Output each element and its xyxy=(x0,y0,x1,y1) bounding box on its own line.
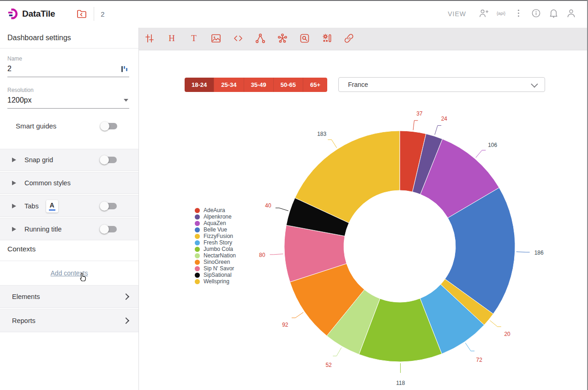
hub-icon xyxy=(277,33,288,45)
legend-item-aquazen[interactable]: AquaZen xyxy=(195,220,236,226)
legend-item-adeaura[interactable]: AdeAura xyxy=(195,207,236,213)
tool-tune-icon[interactable] xyxy=(143,32,156,45)
legend-dot xyxy=(195,234,200,239)
sidebar-section-snap-grid[interactable]: Snap grid xyxy=(0,149,138,171)
legend-item-sipsational[interactable]: SipSational xyxy=(195,272,236,278)
folder-back-icon xyxy=(76,8,87,19)
tool-image-icon[interactable] xyxy=(210,32,222,45)
brand-name: DataTile xyxy=(22,9,55,19)
heading-icon: H xyxy=(166,33,177,45)
share-nodes-icon xyxy=(255,33,266,45)
datatile-logo-icon xyxy=(7,8,19,20)
header-user-add-button[interactable] xyxy=(477,8,489,20)
settings-sidebar: Dashboard settings Name 2 Resolution 120… xyxy=(0,28,139,390)
user-add-icon xyxy=(478,8,489,20)
name-field-value[interactable]: 2 xyxy=(7,62,129,77)
legend-label: FizzyFusion xyxy=(204,233,233,239)
tabs-toggle[interactable] xyxy=(101,203,117,209)
text-icon: T xyxy=(188,33,199,45)
header-kebab-button[interactable] xyxy=(512,8,524,20)
tool-link-icon[interactable] xyxy=(342,32,355,45)
sidebar-item-reports[interactable]: Reports xyxy=(0,309,138,332)
legend-item-jumbo-cola[interactable]: Jumbo Cola xyxy=(195,246,236,252)
legend-label: AquaZen xyxy=(204,220,226,226)
legend-label: Jumbo Cola xyxy=(204,246,233,252)
view-mode-label[interactable]: VIEW xyxy=(448,10,466,18)
leader-line xyxy=(292,312,303,318)
legend-dot xyxy=(195,240,200,245)
tool-search-box-icon[interactable] xyxy=(298,32,311,45)
leader-line xyxy=(465,343,474,351)
legend-item-sip-n-savor[interactable]: Sip N' Savor xyxy=(195,265,236,272)
tool-hub-icon[interactable] xyxy=(276,32,289,45)
tool-widgets-icon[interactable] xyxy=(320,32,333,45)
tool-share-nodes-icon[interactable] xyxy=(254,32,267,45)
legend-dot xyxy=(195,253,200,258)
legend-dot xyxy=(195,279,200,284)
legend-dot xyxy=(195,247,200,252)
link-icon xyxy=(343,33,354,45)
legend-dot xyxy=(195,260,200,265)
leader-line xyxy=(435,126,441,135)
info-icon xyxy=(531,8,541,20)
tool-text-icon[interactable]: T xyxy=(187,32,200,45)
leader-line xyxy=(490,321,501,327)
sidebar-section-tabs[interactable]: TabsA xyxy=(0,195,138,217)
legend-dot xyxy=(195,221,200,226)
tool-heading-icon[interactable]: H xyxy=(165,32,178,45)
header-api-button[interactable]: {api} xyxy=(495,8,507,20)
bars-icon[interactable] xyxy=(121,66,128,73)
legend-label: Sip N' Savor xyxy=(204,265,234,272)
sidebar-item-elements[interactable]: Elements xyxy=(0,285,138,308)
legend-label: SipSational xyxy=(204,272,232,278)
slice-value-label: 106 xyxy=(488,142,497,148)
brand-logo: DataTile xyxy=(7,8,55,20)
section-label: Running title xyxy=(24,225,62,233)
leader-line xyxy=(516,252,530,252)
legend-item-fresh-story[interactable]: Fresh Story xyxy=(195,239,236,246)
chevron-down-icon[interactable] xyxy=(124,99,128,102)
legend-label: NectarNation xyxy=(204,252,236,259)
legend-label: Alpenkrone xyxy=(204,213,232,220)
smart-guides-toggle[interactable] xyxy=(102,123,117,129)
legend-item-fizzyfusion[interactable]: FizzyFusion xyxy=(195,233,236,239)
leader-line xyxy=(333,347,342,356)
legend-item-alpenkrone[interactable]: Alpenkrone xyxy=(195,213,236,220)
legend-item-belle-vue[interactable]: Belle Vue xyxy=(195,226,236,233)
slice-value-label: 92 xyxy=(282,322,288,328)
format-style-icon: A xyxy=(46,200,58,213)
legend-item-nectarnation[interactable]: NectarNation xyxy=(195,252,236,259)
legend-dot xyxy=(195,208,200,213)
sidebar-title: Dashboard settings xyxy=(0,28,138,49)
name-field-text: 2 xyxy=(7,65,12,73)
add-contexts-link[interactable]: Add contexts xyxy=(51,269,88,277)
resolution-field[interactable]: Resolution 1200px xyxy=(7,87,129,109)
search-box-icon xyxy=(299,33,310,45)
resolution-field-value[interactable]: 1200px xyxy=(7,93,129,109)
legend-label: AdeAura xyxy=(204,207,225,213)
header-bell-button[interactable] xyxy=(547,8,559,20)
leader-line xyxy=(476,150,486,158)
leader-line xyxy=(413,121,418,130)
image-icon xyxy=(210,33,222,45)
tune-icon xyxy=(144,33,155,45)
tool-code-icon[interactable] xyxy=(232,32,245,45)
sidebar-section-running-title[interactable]: Running title xyxy=(0,218,138,240)
folder-back-button[interactable] xyxy=(75,7,88,20)
legend-item-sinogreen[interactable]: SinoGreen xyxy=(195,259,236,265)
header-info-button[interactable] xyxy=(530,8,542,20)
triangle-expand-icon xyxy=(12,227,16,232)
snap-grid-toggle[interactable] xyxy=(101,157,117,163)
slice-value-label: 37 xyxy=(416,110,423,117)
name-field[interactable]: Name 2 xyxy=(7,55,129,77)
header-user-button[interactable] xyxy=(565,8,577,20)
legend-item-wellspring[interactable]: Wellspring xyxy=(195,278,236,285)
slice-value-label: 72 xyxy=(476,357,483,363)
legend-dot xyxy=(195,273,200,278)
chevron-right-icon xyxy=(123,293,129,300)
legend-label: Wellspring xyxy=(204,278,229,285)
user-icon xyxy=(566,8,576,20)
sidebar-section-common-styles[interactable]: Common styles xyxy=(0,172,138,194)
running-title-toggle[interactable] xyxy=(101,226,117,232)
slice-value-label: 118 xyxy=(396,380,405,386)
